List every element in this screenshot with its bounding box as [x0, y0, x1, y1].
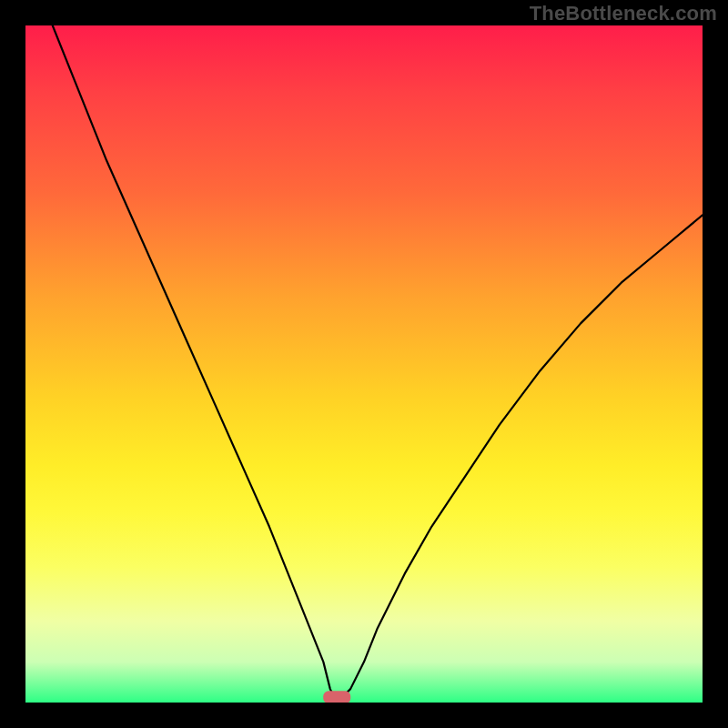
- plot-area: [25, 25, 703, 703]
- chart-frame: TheBottleneck.com: [0, 0, 728, 728]
- minimum-marker: [323, 691, 350, 703]
- plot-svg: [25, 25, 703, 703]
- bottleneck-curve: [53, 25, 703, 703]
- watermark-text: TheBottleneck.com: [530, 2, 717, 25]
